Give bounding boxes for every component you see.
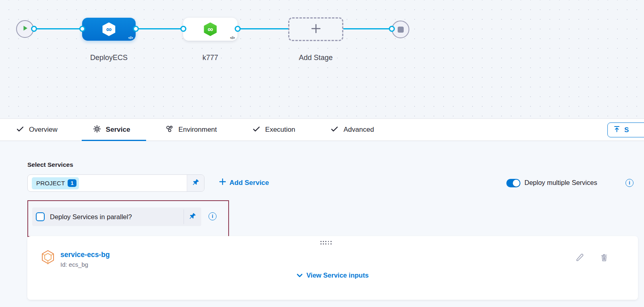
code-icon: </>: [230, 36, 235, 40]
pipeline-stage-setup-screen: ∞ </> ∞ </> DeployECS k777 Add Stage: [0, 0, 644, 307]
connector-port[interactable]: [389, 26, 395, 32]
tab-advanced[interactable]: Advanced: [330, 119, 374, 141]
harness-logo-glyph: ∞: [208, 25, 213, 33]
add-stage-button[interactable]: [288, 17, 343, 41]
project-tag-label: PROJECT: [36, 180, 65, 187]
pin-icon: [189, 212, 196, 222]
view-service-inputs-label: View Service inputs: [306, 272, 369, 279]
pin-input-type-button[interactable]: [187, 175, 204, 191]
check-icon: [16, 125, 24, 135]
service-card: service-ecs-bg Id: ecs_bg View Service i…: [27, 236, 638, 300]
deploy-parallel-label: Deploy Services in parallel?: [50, 213, 184, 221]
drag-handle-icon[interactable]: [320, 241, 332, 245]
toggle-knob: [513, 180, 520, 187]
code-icon: </>: [128, 36, 133, 40]
connector-port[interactable]: [79, 26, 85, 32]
edit-service-button[interactable]: [576, 253, 584, 263]
pin-input-type-button[interactable]: [184, 207, 201, 226]
select-services-input[interactable]: PROJECT 1: [27, 174, 204, 192]
stage-node-k777[interactable]: ∞ </>: [183, 18, 237, 41]
select-services-label: Select Services: [27, 161, 73, 168]
harness-cd-icon: ∞: [102, 23, 116, 36]
connector-port[interactable]: [180, 26, 186, 32]
save-button[interactable]: S: [607, 122, 644, 137]
tab-label: Execution: [265, 126, 295, 134]
service-id-text: Id: ecs_bg: [60, 261, 88, 268]
connector-port[interactable]: [133, 26, 139, 32]
tab-environment[interactable]: Environment: [165, 119, 217, 141]
view-service-inputs-button[interactable]: View Service inputs: [27, 272, 638, 279]
tab-service[interactable]: Service: [93, 119, 130, 141]
info-icon[interactable]: i: [625, 179, 634, 187]
info-icon[interactable]: i: [208, 212, 217, 220]
stage-config-tabbar: Overview Service Environment Exe: [0, 119, 644, 141]
deploy-parallel-field[interactable]: Deploy Services in parallel?: [32, 207, 201, 226]
check-icon: [252, 125, 260, 135]
environment-icon: [165, 125, 173, 135]
stage-label-k777: k777: [183, 54, 237, 62]
tab-label: Environment: [178, 126, 217, 134]
stop-icon: [398, 27, 404, 33]
check-icon: [330, 125, 339, 135]
stage-node-deployecs[interactable]: ∞ </>: [82, 18, 136, 41]
save-button-label: S: [624, 126, 629, 134]
connector-port[interactable]: [31, 26, 37, 32]
harness-cd-icon: ∞: [203, 23, 218, 36]
chevron-down-icon: [297, 272, 303, 279]
service-cube-icon: [40, 250, 56, 268]
plus-icon: [310, 23, 322, 36]
upload-icon: [613, 125, 621, 135]
project-tag-count-badge: 1: [68, 179, 76, 187]
play-icon: [21, 24, 29, 34]
plus-icon: [219, 178, 226, 187]
connector-port[interactable]: [235, 26, 241, 32]
harness-logo-glyph: ∞: [106, 25, 112, 33]
service-name-link[interactable]: service-ecs-bg: [60, 251, 110, 259]
stage-label-add-stage: Add Stage: [288, 54, 343, 62]
deploy-multiple-services-label: Deploy multiple Services: [524, 179, 597, 187]
tab-execution[interactable]: Execution: [252, 119, 295, 141]
add-service-label: Add Service: [229, 179, 269, 187]
deploy-multiple-services-toggle[interactable]: [506, 179, 520, 187]
gear-icon: [93, 125, 101, 135]
select-services-input-main[interactable]: PROJECT 1: [28, 175, 187, 191]
add-service-button[interactable]: Add Service: [219, 178, 269, 187]
pipeline-canvas[interactable]: ∞ </> ∞ </> DeployECS k777 Add Stage: [0, 0, 644, 119]
stage-label-deployecs: DeployECS: [82, 54, 136, 62]
delete-service-button[interactable]: [600, 253, 609, 263]
deploy-parallel-checkbox[interactable]: [36, 212, 45, 221]
tab-label: Overview: [29, 126, 58, 134]
tab-label: Service: [106, 126, 130, 134]
tab-label: Advanced: [343, 126, 374, 134]
tab-overview[interactable]: Overview: [16, 119, 58, 141]
project-tag-chip[interactable]: PROJECT 1: [32, 177, 79, 189]
pin-icon: [192, 178, 200, 188]
